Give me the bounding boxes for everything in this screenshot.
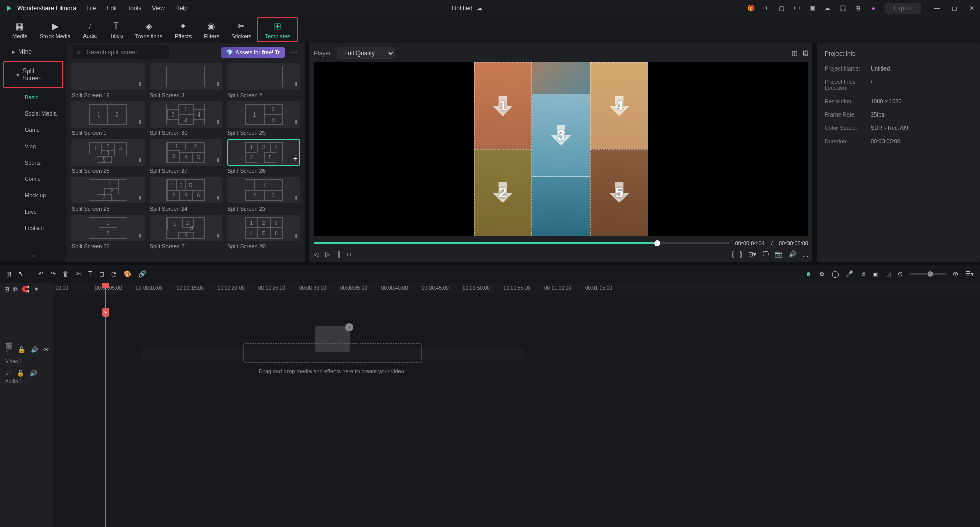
grid-icon[interactable]: ⊞ [854, 4, 862, 12]
fullscreen-icon[interactable]: ⛶ [802, 250, 808, 258]
save-icon[interactable]: ▣ [808, 4, 816, 12]
cloud-sync-icon[interactable]: ☁ [476, 5, 483, 12]
tab-audio[interactable]: ♪Audio [77, 18, 104, 41]
playhead[interactable] [105, 283, 106, 527]
bracket-out-icon[interactable]: } [740, 250, 742, 258]
template-card[interactable]: 3124⬇Split Screen 30 [150, 101, 223, 136]
template-card[interactable]: ⬇Split Screen 19 [71, 63, 145, 98]
prev-frame-icon[interactable]: ◁ [314, 250, 318, 258]
color-icon[interactable]: 🎨 [124, 270, 131, 278]
mic-icon[interactable]: 🎤 [846, 270, 853, 278]
menu-tools[interactable]: Tools [127, 5, 141, 12]
template-card[interactable]: 12345⬇Split Screen 28 [71, 139, 145, 174]
template-card[interactable]: ⬇Split Screen 2 [227, 63, 300, 98]
timeline-ruler[interactable]: :00:0000:00:05:0000:00:10:0000:00:15:000… [54, 283, 980, 295]
track-video[interactable]: 🎬1 🔓 🔊 👁 Video 1 [0, 341, 54, 365]
sidebar-sub-love[interactable]: Love [0, 203, 66, 220]
record-icon[interactable]: ▣ [872, 270, 878, 278]
sidebar-sub-festival[interactable]: Festival [0, 220, 66, 236]
template-card[interactable]: 12⬇Split Screen 22 [71, 215, 145, 249]
playhead-marker[interactable]: ✂ [102, 308, 109, 317]
menu-view[interactable]: View [152, 5, 165, 12]
monitor-icon[interactable]: 🖵 [793, 4, 801, 12]
sidebar-sub-vlog[interactable]: Vlog [0, 138, 66, 154]
mute-icon[interactable]: 🔊 [31, 346, 38, 353]
redo-icon[interactable]: ↷ [51, 270, 56, 278]
sidebar-sub-mockup[interactable]: Mock-up [0, 187, 66, 203]
gear-icon[interactable]: ⚙ [819, 270, 825, 278]
crop-icon[interactable]: ◻ [99, 270, 104, 278]
face-icon[interactable]: ☻ [805, 270, 812, 278]
download-icon[interactable]: ⬇ [138, 195, 142, 201]
minimize-icon[interactable]: — [933, 4, 941, 12]
layout-icon[interactable]: ⊞ [6, 270, 11, 278]
screen-icon[interactable]: ▢ [777, 4, 785, 12]
download-icon[interactable]: ⬇ [216, 81, 220, 88]
undo-icon[interactable]: ↶ [38, 270, 43, 278]
tab-stickers[interactable]: ✂Stickers [225, 18, 257, 41]
tl-link-icon[interactable]: ⧉ [13, 286, 18, 293]
export-button[interactable]: Export [885, 3, 921, 14]
template-card[interactable]: ⬇Split Screen 3 [150, 63, 223, 98]
drop-zone[interactable] [243, 343, 422, 363]
close-icon[interactable]: ✕ [968, 4, 976, 12]
progress-bar[interactable] [314, 242, 729, 244]
speed-icon[interactable]: ◔ [111, 270, 116, 278]
download-icon[interactable]: ⬇ [294, 119, 298, 126]
template-card[interactable]: 135246⬇Split Screen 24 [150, 177, 223, 212]
template-card[interactable]: 13425+Split Screen 26 [227, 139, 300, 174]
bracket-in-icon[interactable]: { [732, 250, 734, 258]
download-icon[interactable]: ⬇ [216, 157, 220, 164]
sidebar-collapse[interactable]: ‹ [0, 249, 66, 262]
template-card[interactable]: 12⬇Split Screen 1 [71, 101, 145, 136]
avatar-icon[interactable]: ● [869, 4, 877, 12]
tab-titles[interactable]: TTitles [104, 18, 129, 41]
zoom-slider[interactable] [910, 273, 946, 275]
sidebar-sub-basic[interactable]: Basic [0, 89, 66, 105]
marker-icon[interactable]: ◯ [832, 270, 839, 278]
send-icon[interactable]: ✈ [762, 4, 770, 12]
tab-media[interactable]: ▦Media [6, 18, 34, 41]
timeline-tracks[interactable]: :00:0000:00:05:0000:00:10:0000:00:15:000… [54, 283, 980, 527]
template-card[interactable]: 12345⬇Split Screen 27 [150, 139, 223, 174]
sidebar-sub-sports[interactable]: Sports [0, 154, 66, 171]
tl-grid-icon[interactable]: ⊞ [4, 286, 9, 293]
tab-effects[interactable]: ✦Effects [169, 18, 198, 41]
headphones-icon[interactable]: 🎧 [839, 4, 847, 12]
template-card[interactable]: 123⬇Split Screen 29 [227, 101, 300, 136]
delete-icon[interactable]: 🗑 [63, 270, 69, 278]
menu-file[interactable]: File [86, 5, 96, 12]
sidebar-sub-comic[interactable]: Comic [0, 171, 66, 187]
pip-icon[interactable]: ◲ [885, 270, 891, 278]
ratio-icon[interactable]: ⊡▾ [748, 250, 756, 258]
lock-icon[interactable]: 🔓 [17, 370, 25, 377]
download-icon[interactable]: ⬇ [216, 233, 220, 239]
gift-icon[interactable]: 🎁 [747, 4, 755, 12]
play-icon[interactable]: ▷ [325, 250, 330, 258]
mute-icon[interactable]: 🔊 [30, 370, 37, 377]
zoom-in-icon[interactable]: ⊕ [953, 270, 958, 278]
stop-icon[interactable]: □ [347, 250, 351, 258]
cursor-icon[interactable]: ↖ [18, 270, 23, 278]
template-card[interactable]: 123456⬇Split Screen 20 [227, 215, 300, 249]
pause-icon[interactable]: ‖ [337, 250, 340, 258]
tab-templates[interactable]: ⊞Templates [257, 17, 297, 42]
download-icon[interactable]: ⬇ [294, 81, 298, 88]
plus-icon[interactable]: + [293, 154, 297, 163]
display-icon[interactable]: 🖵 [762, 250, 769, 258]
volume-icon[interactable]: 🔊 [788, 250, 796, 258]
tab-stock-media[interactable]: ▶Stock Media [34, 18, 77, 41]
lock-icon[interactable]: 🔓 [18, 346, 26, 353]
image-icon[interactable]: 🖼 [802, 50, 808, 57]
tab-filters[interactable]: ◉Filters [198, 18, 225, 41]
assets-badge[interactable]: 💎 Assets for free! Tr [221, 47, 285, 58]
menu-edit[interactable]: Edit [107, 5, 117, 12]
list-icon[interactable]: ☰▾ [965, 270, 974, 278]
template-card[interactable]: 123⬇Split Screen 25 [71, 177, 145, 212]
more-icon[interactable]: ⋯ [289, 47, 299, 58]
download-icon[interactable]: ⬇ [294, 195, 298, 201]
track-audio[interactable]: ♪1 🔓 🔊 Audio 1 [0, 365, 54, 388]
compare-icon[interactable]: ◫ [792, 50, 797, 57]
sidebar-mine[interactable]: ▸ Mine [0, 43, 66, 60]
download-icon[interactable]: ⬇ [138, 119, 142, 126]
